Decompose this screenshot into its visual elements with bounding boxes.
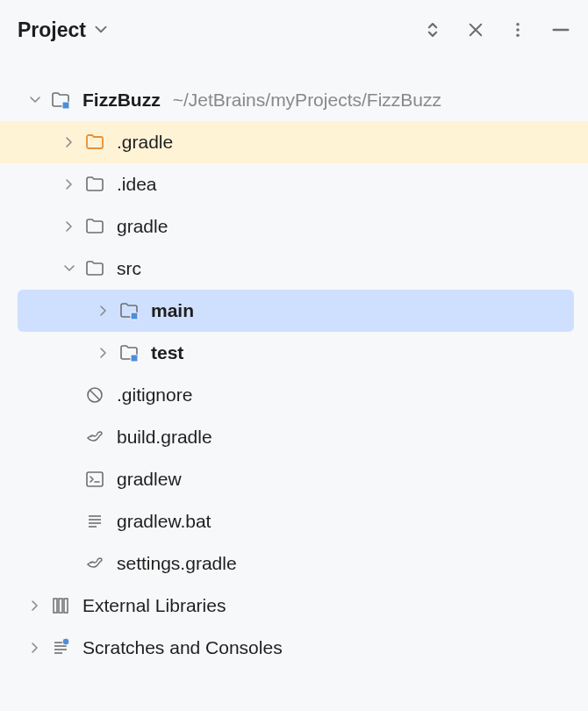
tree-row[interactable]: gradlew: [0, 458, 588, 500]
tree-row[interactable]: gradlew.bat: [0, 500, 588, 542]
svg-rect-9: [87, 472, 103, 486]
tree-row-selected[interactable]: main: [18, 290, 574, 332]
chevron-right-icon[interactable]: [59, 174, 80, 195]
tree-row[interactable]: .gradle: [0, 121, 588, 163]
more-icon[interactable]: [509, 21, 527, 39]
tree-row-root[interactable]: FizzBuzz ~/JetBrains/myProjects/FizzBuzz: [0, 79, 588, 121]
svg-point-22: [62, 638, 69, 645]
module-folder-icon: [49, 89, 72, 111]
tree-label: build.gradle: [117, 427, 212, 448]
tree-row-scratches[interactable]: Scratches and Consoles: [0, 627, 588, 669]
tree-label: src: [117, 258, 141, 279]
module-folder-icon: [118, 299, 140, 322]
tree-label: .gradle: [117, 132, 173, 153]
tree-label: External Libraries: [82, 595, 226, 616]
expand-collapse-icon[interactable]: [423, 20, 442, 40]
scratches-icon: [49, 636, 72, 659]
tree-label: gradle: [117, 216, 168, 237]
svg-point-0: [516, 23, 520, 26]
chevron-right-icon[interactable]: [93, 342, 114, 363]
folder-icon: [83, 257, 106, 280]
chevron-right-icon[interactable]: [25, 637, 46, 658]
chevron-right-icon[interactable]: [93, 300, 114, 321]
panel-title: Project: [18, 18, 86, 42]
tree-path-hint: ~/JetBrains/myProjects/FizzBuzz: [173, 90, 441, 111]
tree-label: FizzBuzz: [82, 90, 161, 111]
tree-row-external-libraries[interactable]: External Libraries: [0, 585, 588, 627]
tree-row[interactable]: settings.gradle: [0, 542, 588, 585]
svg-rect-15: [54, 599, 57, 613]
tree-label: gradlew: [117, 469, 182, 490]
gradle-file-icon: [83, 426, 106, 449]
tree-label: settings.gradle: [117, 553, 237, 574]
text-file-icon: [83, 510, 106, 533]
svg-point-14: [90, 562, 92, 564]
tree-row[interactable]: build.gradle: [0, 416, 588, 458]
svg-line-7: [90, 391, 100, 400]
shell-file-icon: [83, 468, 106, 491]
svg-rect-16: [59, 599, 62, 613]
tree-label: Scratches and Consoles: [82, 637, 283, 658]
project-tree: FizzBuzz ~/JetBrains/myProjects/FizzBuzz…: [0, 60, 588, 669]
tree-row[interactable]: src: [0, 248, 588, 290]
module-folder-icon: [118, 341, 140, 364]
svg-point-8: [90, 435, 92, 437]
svg-rect-4: [131, 312, 138, 320]
chevron-down-icon[interactable]: [59, 258, 80, 279]
tree-label: test: [151, 342, 183, 363]
minimize-icon[interactable]: [551, 20, 570, 40]
gradle-file-icon: [83, 552, 106, 575]
svg-point-2: [516, 34, 520, 38]
panel-header: Project: [0, 0, 588, 60]
svg-point-1: [516, 28, 520, 32]
folder-icon: [83, 215, 106, 238]
tree-row[interactable]: test: [0, 332, 588, 374]
panel-actions: [423, 20, 570, 40]
tree-row[interactable]: gradle: [0, 205, 588, 248]
chevron-right-icon[interactable]: [59, 216, 80, 237]
tree-label: gradlew.bat: [117, 511, 211, 532]
folder-icon: [83, 173, 106, 196]
svg-rect-17: [64, 599, 68, 613]
close-icon[interactable]: [467, 21, 484, 39]
chevron-down-icon: [93, 22, 109, 38]
svg-rect-3: [62, 102, 69, 109]
chevron-down-icon[interactable]: [25, 90, 46, 111]
tree-row[interactable]: .gitignore: [0, 374, 588, 416]
chevron-right-icon[interactable]: [25, 595, 46, 616]
ignore-file-icon: [83, 384, 106, 406]
libraries-icon: [49, 594, 72, 617]
tree-row[interactable]: .idea: [0, 163, 588, 205]
tree-label: .gitignore: [117, 384, 192, 406]
chevron-right-icon[interactable]: [59, 132, 80, 153]
tree-label: .idea: [117, 174, 157, 195]
tree-label: main: [151, 300, 194, 321]
excluded-folder-icon: [83, 131, 106, 154]
panel-title-dropdown[interactable]: Project: [18, 18, 109, 42]
svg-rect-5: [131, 355, 138, 362]
